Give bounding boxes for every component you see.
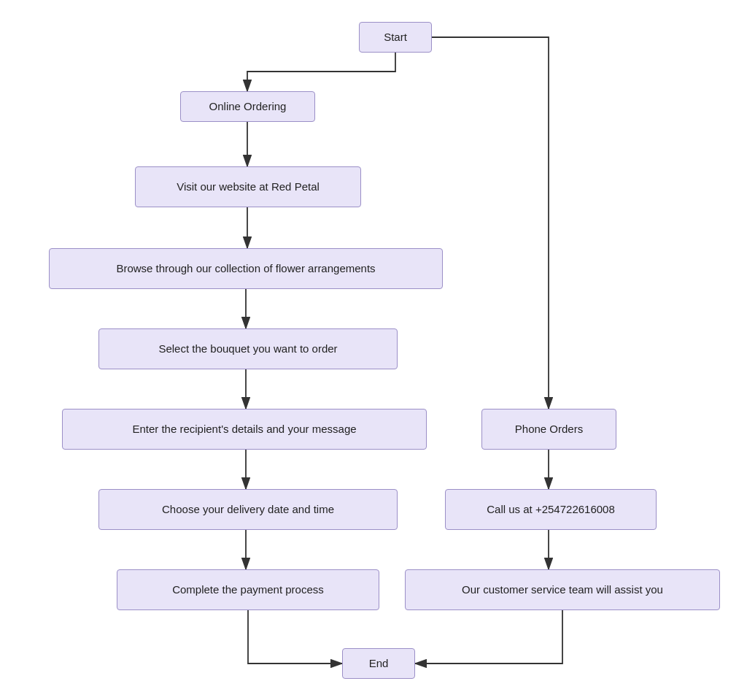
delivery-date-node: Choose your delivery date and time [98, 489, 398, 530]
select-bouquet-node: Select the bouquet you want to order [98, 328, 398, 369]
flowchart: Start Online Ordering Visit our website … [16, 7, 731, 693]
customer-service-node: Our customer service team will assist yo… [405, 569, 720, 610]
browse-node: Browse through our collection of flower … [49, 248, 443, 289]
online-ordering-node: Online Ordering [180, 91, 315, 122]
recipient-details-node: Enter the recipient's details and your m… [62, 409, 427, 450]
visit-website-node: Visit our website at Red Petal [135, 166, 361, 207]
call-us-node: Call us at +254722616008 [445, 489, 657, 530]
phone-orders-node: Phone Orders [481, 409, 616, 450]
end-node: End [342, 648, 415, 679]
start-node: Start [359, 22, 432, 53]
payment-node: Complete the payment process [117, 569, 379, 610]
